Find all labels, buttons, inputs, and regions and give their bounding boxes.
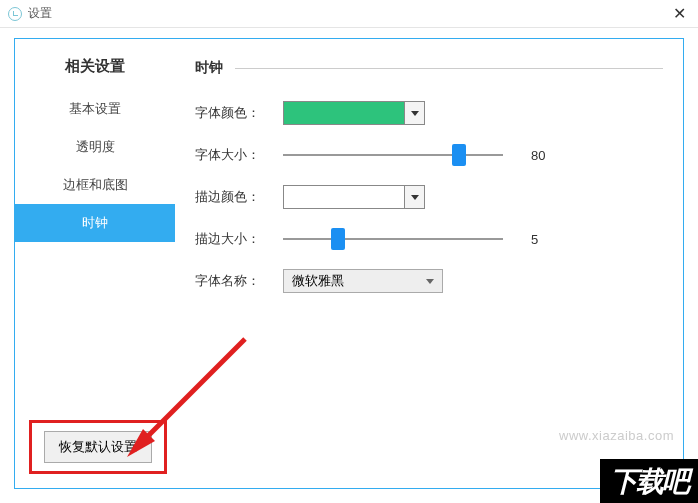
slider-thumb[interactable] [452, 144, 466, 166]
restore-defaults-button[interactable]: 恢复默认设置 [44, 431, 152, 463]
row-stroke-size: 描边大小： 5 [195, 229, 663, 249]
sidebar-item-label: 基本设置 [69, 101, 121, 116]
section-header: 时钟 [195, 59, 663, 77]
chevron-down-icon [411, 195, 419, 200]
font-color-picker[interactable] [283, 101, 425, 125]
sidebar-item-basic[interactable]: 基本设置 [15, 90, 175, 128]
titlebar: 设置 ✕ [0, 0, 698, 28]
clock-icon [8, 7, 22, 21]
sidebar-item-border[interactable]: 边框和底图 [15, 166, 175, 204]
font-color-label: 字体颜色： [195, 104, 283, 122]
section-title: 时钟 [195, 59, 223, 77]
font-color-dropdown[interactable] [404, 102, 424, 124]
sidebar-item-label: 透明度 [76, 139, 115, 154]
stroke-color-label: 描边颜色： [195, 188, 283, 206]
font-name-select[interactable]: 微软雅黑 [283, 269, 443, 293]
dialog-frame: 相关设置 基本设置 透明度 边框和底图 时钟 恢复默认设置 时钟 字体颜色： 字… [14, 38, 684, 489]
sidebar-item-opacity[interactable]: 透明度 [15, 128, 175, 166]
stroke-size-label: 描边大小： [195, 230, 283, 248]
divider [235, 68, 663, 69]
window-title: 设置 [28, 5, 52, 22]
stroke-color-picker[interactable] [283, 185, 425, 209]
slider-thumb[interactable] [331, 228, 345, 250]
restore-highlight: 恢复默认设置 [29, 420, 167, 474]
site-logo: 下载吧 [600, 459, 698, 503]
row-stroke-color: 描边颜色： [195, 185, 663, 209]
stroke-color-dropdown[interactable] [404, 186, 424, 208]
font-name-label: 字体名称： [195, 272, 283, 290]
chevron-down-icon [426, 279, 434, 284]
row-font-size: 字体大小： 80 [195, 145, 663, 165]
sidebar-item-label: 时钟 [82, 215, 108, 230]
row-font-name: 字体名称： 微软雅黑 [195, 269, 663, 293]
stroke-size-value: 5 [531, 232, 538, 247]
row-font-color: 字体颜色： [195, 101, 663, 125]
sidebar-heading: 相关设置 [15, 39, 175, 90]
sidebar-item-label: 边框和底图 [63, 177, 128, 192]
slider-track [283, 238, 503, 240]
watermark-text: www.xiazaiba.com [559, 428, 674, 443]
font-size-slider[interactable] [283, 145, 503, 165]
stroke-size-slider[interactable] [283, 229, 503, 249]
chevron-down-icon [411, 111, 419, 116]
font-size-label: 字体大小： [195, 146, 283, 164]
font-name-value: 微软雅黑 [292, 272, 344, 290]
content-panel: 时钟 字体颜色： 字体大小： 80 描边颜色： [195, 59, 663, 313]
sidebar-item-clock[interactable]: 时钟 [15, 204, 175, 242]
slider-track [283, 154, 503, 156]
stroke-color-swatch [284, 186, 404, 208]
close-button[interactable]: ✕ [669, 4, 690, 23]
font-size-value: 80 [531, 148, 545, 163]
font-color-swatch [284, 102, 404, 124]
